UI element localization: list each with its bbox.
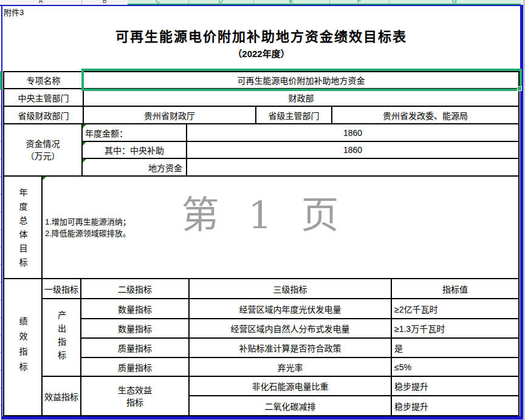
funding-label-line2: （万元）: [26, 150, 60, 162]
cell-prov-dept-value[interactable]: 贵州省发改委、能源局: [332, 107, 520, 124]
cell-group-output-label[interactable]: 产出指标: [43, 299, 81, 377]
annual-amount-label: 年度金额：: [85, 127, 128, 139]
comment-triangle-icon: [83, 159, 86, 163]
comment-triangle-icon: [83, 142, 86, 146]
indicator-row-value[interactable]: ≥1.3万千瓦时: [392, 319, 520, 339]
cell-central-subsidy-value[interactable]: 1860: [187, 142, 520, 159]
column-header-b[interactable]: B: [103, 0, 107, 5]
indicator-row-level3[interactable]: 补贴标准计算是否符合政策: [190, 339, 392, 358]
cell-eco-benefit-label[interactable]: 生态效益 指标: [81, 377, 190, 416]
cell-funding-section-label[interactable]: 资金情况 （万元）: [4, 124, 83, 177]
cell-central-dept-value[interactable]: 财政部: [84, 89, 520, 107]
comment-triangle-icon: [43, 177, 46, 180]
column-header-g[interactable]: G: [452, 0, 457, 5]
cell-prov-finance-label[interactable]: 省级财政部门: [4, 107, 84, 124]
cell-annual-amount-label[interactable]: 年度金额：: [83, 124, 187, 142]
row-gridline-ticks: [0, 89, 1, 417]
column-divider: [188, 0, 189, 5]
cell-header-level2[interactable]: 二级指标: [81, 279, 190, 299]
cell-header-value[interactable]: 指标值: [392, 279, 520, 299]
indicator-row-value[interactable]: ≤5%: [392, 358, 520, 377]
goal-line2: 2.降低能源领域碳排放。: [45, 228, 131, 239]
column-header-c[interactable]: C: [156, 0, 160, 5]
selected-row-indicator: [0, 71, 2, 90]
indicator-row-level2[interactable]: 数量指标: [81, 319, 190, 339]
fill-handle[interactable]: [517, 86, 522, 91]
indicator-row-level3[interactable]: 非化石能源电量比重: [190, 377, 392, 396]
indicator-row-value[interactable]: 稳步提升: [392, 377, 520, 396]
cell-central-subsidy-label[interactable]: 其中：中央补助: [83, 142, 187, 159]
cell-indicators-label[interactable]: 绩效指标: [4, 279, 43, 416]
cell-local-fund-value[interactable]: [187, 159, 520, 177]
funding-label-line1: 资金情况: [26, 138, 60, 150]
indicator-row-level3[interactable]: 弃光率: [190, 358, 392, 377]
cell-group-benefit-label[interactable]: 效益指标: [43, 377, 81, 416]
indicator-row-level2[interactable]: 质量指标: [81, 339, 190, 358]
cell-annual-amount-value[interactable]: 1860: [187, 124, 520, 142]
main-table: 专项名称 可再生能源电价附加补助地方资金 中央主管部门 财政部 省级财政部门 贵…: [3, 71, 520, 416]
spreadsheet-window: A B C D E F G 附件3 可再生能源电价附加补助地方资金绩效目标表 （…: [0, 0, 525, 420]
eco-benefit-line1: 生态效益: [118, 384, 152, 396]
indicator-row-level3[interactable]: 二氧化碳减排: [190, 396, 392, 416]
cell-special-name-label[interactable]: 专项名称: [4, 72, 84, 89]
column-header-strip: A B C D E F G: [0, 0, 525, 5]
column-header-e[interactable]: E: [289, 0, 293, 5]
page-border-left: [1, 5, 2, 419]
indicator-row-level3[interactable]: 经营区域内年度光伏发电量: [190, 299, 392, 319]
attachment-note[interactable]: 附件3: [4, 6, 24, 18]
column-header-a[interactable]: A: [39, 0, 43, 5]
cell-special-name-value[interactable]: 可再生能源电价附加补助地方资金: [84, 72, 520, 89]
eco-benefit-line2: 指标: [126, 396, 143, 408]
column-header-f[interactable]: F: [357, 0, 361, 5]
indicator-row-level3[interactable]: 经营区域内自然人分布式发电量: [190, 319, 392, 339]
column-divider: [389, 0, 389, 5]
indicator-row-level2[interactable]: 数量指标: [81, 299, 190, 319]
cell-prov-dept-label[interactable]: 省级主管部门: [256, 107, 332, 124]
central-subsidy-label: 其中：中央补助: [105, 144, 164, 156]
local-fund-label: 地方资金: [148, 161, 182, 174]
indicator-row-level2[interactable]: 质量指标: [81, 358, 190, 377]
column-divider: [253, 0, 254, 5]
cell-central-dept-label[interactable]: 中央主管部门: [4, 89, 84, 107]
column-divider: [329, 0, 330, 5]
page-border-top: [0, 5, 523, 6]
comment-triangle-icon: [83, 124, 86, 128]
cell-header-level1[interactable]: 一级指标: [43, 279, 81, 299]
indicator-row-value[interactable]: 是: [392, 339, 520, 358]
column-header-selection-highlight: [128, 0, 521, 5]
column-header-d[interactable]: D: [218, 0, 222, 5]
page-subtitle[interactable]: （2022年度）: [1, 47, 521, 59]
cell-prov-finance-value[interactable]: 贵州省财政厅: [84, 107, 256, 124]
goal-line1: 1.增加可再生能源消纳；: [45, 216, 131, 228]
indicator-row-value[interactable]: 稳步提升: [392, 396, 520, 416]
column-divider: [81, 0, 82, 5]
cell-header-level3[interactable]: 三级指标: [190, 279, 392, 299]
cell-annual-goal-content[interactable]: 1.增加可再生能源消纳； 2.降低能源领域碳排放。: [43, 177, 520, 279]
cell-annual-goal-label[interactable]: 年度总体目标: [4, 177, 43, 279]
cell-local-fund-label[interactable]: 地方资金: [83, 159, 187, 177]
page-title[interactable]: 可再生能源电价附加补助地方资金绩效目标表: [1, 25, 521, 45]
indicator-row-value[interactable]: ≥2亿千瓦时: [392, 299, 520, 319]
